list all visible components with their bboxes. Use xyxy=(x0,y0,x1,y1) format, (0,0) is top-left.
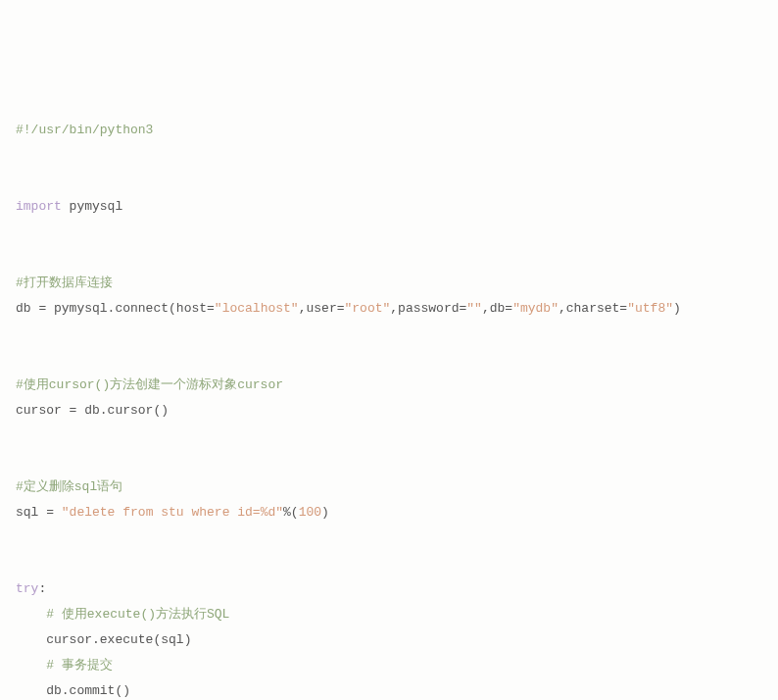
comment-line: #使用cursor()方法创建一个游标对象cursor xyxy=(16,377,283,392)
code-line: sql = "delete from stu where id=%d"%(100… xyxy=(16,505,329,520)
comment-line: #打开数据库连接 xyxy=(16,275,113,290)
keyword-import: import xyxy=(16,199,62,214)
code-block: #!/usr/bin/python3 import pymysql #打开数据库… xyxy=(16,118,762,700)
code-line: db = pymysql.connect(host="localhost",us… xyxy=(16,301,681,316)
code-line: cursor.execute(sql) xyxy=(16,632,191,647)
code-line: try: xyxy=(16,581,46,596)
code-line: db.commit() xyxy=(16,683,130,698)
comment-line: # 使用execute()方法执行SQL xyxy=(16,607,229,622)
comment-line: # 事务提交 xyxy=(16,658,113,673)
code-line: import pymysql xyxy=(16,199,122,214)
shebang-line: #!/usr/bin/python3 xyxy=(16,123,153,137)
comment-line: #定义删除sql语句 xyxy=(16,479,122,494)
keyword-try: try xyxy=(16,581,38,596)
code-line: cursor = db.cursor() xyxy=(16,403,169,418)
